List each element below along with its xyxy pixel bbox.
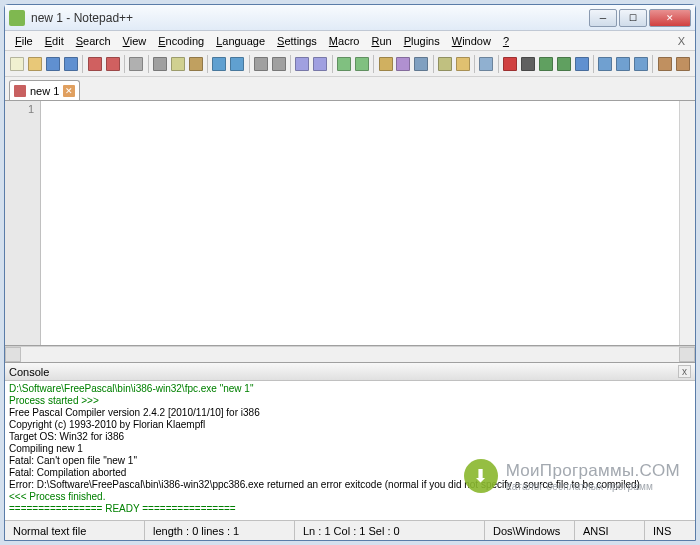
tab-close-icon[interactable]: ✕ <box>63 85 75 97</box>
save-macro-button[interactable] <box>573 54 590 74</box>
play-button[interactable] <box>537 54 554 74</box>
tab-new1[interactable]: new 1 ✕ <box>9 80 80 100</box>
menu-language[interactable]: Language <box>210 33 271 49</box>
copy-button[interactable] <box>169 54 186 74</box>
open-file-button[interactable] <box>27 54 44 74</box>
menu-macro[interactable]: Macro <box>323 33 366 49</box>
save-button[interactable] <box>45 54 62 74</box>
cut-icon <box>153 57 167 71</box>
panel-1-button[interactable] <box>656 54 673 74</box>
sync-h-icon <box>355 57 369 71</box>
replace-button[interactable] <box>270 54 287 74</box>
console-panel: Console x D:\Software\FreePascal\bin\i38… <box>5 362 695 520</box>
toolbar-separator <box>290 55 291 73</box>
console-line: Free Pascal Compiler version 2.4.2 [2010… <box>9 407 691 419</box>
redo-icon <box>230 57 244 71</box>
close-all-button[interactable] <box>104 54 121 74</box>
titlebar[interactable]: new 1 - Notepad++ ─ ☐ ✕ <box>5 5 695 31</box>
show-all-button[interactable] <box>395 54 412 74</box>
menu-help[interactable]: ? <box>497 33 515 49</box>
sync-v-icon <box>337 57 351 71</box>
toolbar-separator <box>652 55 653 73</box>
toolbar-separator <box>332 55 333 73</box>
folder-icon <box>456 57 470 71</box>
func-list-icon <box>479 57 493 71</box>
close-button[interactable] <box>86 54 103 74</box>
toolbar-separator <box>207 55 208 73</box>
toggle-1-button[interactable] <box>597 54 614 74</box>
menu-settings[interactable]: Settings <box>271 33 323 49</box>
toggle-2-button[interactable] <box>615 54 632 74</box>
menu-plugins[interactable]: Plugins <box>398 33 446 49</box>
toolbar-separator <box>593 55 594 73</box>
status-filetype: Normal text file <box>5 521 145 540</box>
indent-guide-button[interactable] <box>413 54 430 74</box>
menu-edit[interactable]: Edit <box>39 33 70 49</box>
close-button[interactable]: ✕ <box>649 9 691 27</box>
find-icon <box>254 57 268 71</box>
menu-encoding[interactable]: Encoding <box>152 33 210 49</box>
lang-button[interactable] <box>437 54 454 74</box>
wrap-button[interactable] <box>377 54 394 74</box>
scroll-track[interactable] <box>21 347 679 362</box>
save-all-button[interactable] <box>63 54 80 74</box>
scroll-left-button[interactable] <box>5 347 21 362</box>
status-length: length : 0 lines : 1 <box>145 521 295 540</box>
console-close-icon[interactable]: x <box>678 365 691 378</box>
toggle-3-button[interactable] <box>633 54 650 74</box>
func-list-button[interactable] <box>478 54 495 74</box>
sync-h-button[interactable] <box>353 54 370 74</box>
print-button[interactable] <box>128 54 145 74</box>
new-file-button[interactable] <box>9 54 26 74</box>
editor-scrollbar-horizontal[interactable] <box>5 346 695 362</box>
status-eol: Dos\Windows <box>485 521 575 540</box>
redo-button[interactable] <box>229 54 246 74</box>
console-output[interactable]: D:\Software\FreePascal\bin\i386-win32\fp… <box>5 381 695 520</box>
console-line: Fatal: Can't open file "new 1" <box>9 455 691 467</box>
menubar-x-button[interactable]: X <box>672 35 691 47</box>
console-line: Compiling new 1 <box>9 443 691 455</box>
save-icon <box>46 57 60 71</box>
close-all-icon <box>106 57 120 71</box>
panel-2-button[interactable] <box>674 54 691 74</box>
paste-button[interactable] <box>187 54 204 74</box>
menu-view[interactable]: View <box>117 33 153 49</box>
stop-icon <box>521 57 535 71</box>
stop-button[interactable] <box>520 54 537 74</box>
status-encoding: ANSI <box>575 521 645 540</box>
console-line: Process started >>> <box>9 395 691 407</box>
editor-scrollbar-vertical[interactable] <box>679 101 695 345</box>
app-icon <box>9 10 25 26</box>
console-header[interactable]: Console x <box>5 363 695 381</box>
text-editor[interactable] <box>41 101 679 345</box>
toggle-3-icon <box>634 57 648 71</box>
sync-v-button[interactable] <box>336 54 353 74</box>
panel-2-icon <box>676 57 690 71</box>
play-multi-button[interactable] <box>555 54 572 74</box>
menu-search[interactable]: Search <box>70 33 117 49</box>
line-gutter: 1 <box>5 101 41 345</box>
maximize-button[interactable]: ☐ <box>619 9 647 27</box>
toolbar-separator <box>148 55 149 73</box>
menu-file[interactable]: File <box>9 33 39 49</box>
print-icon <box>129 57 143 71</box>
record-button[interactable] <box>502 54 519 74</box>
cut-button[interactable] <box>152 54 169 74</box>
zoom-out-button[interactable] <box>312 54 329 74</box>
zoom-in-icon <box>295 57 309 71</box>
scroll-right-button[interactable] <box>679 347 695 362</box>
save-macro-icon <box>575 57 589 71</box>
zoom-in-button[interactable] <box>294 54 311 74</box>
menu-run[interactable]: Run <box>365 33 397 49</box>
menu-window[interactable]: Window <box>446 33 497 49</box>
minimize-button[interactable]: ─ <box>589 9 617 27</box>
wrap-icon <box>379 57 393 71</box>
folder-button[interactable] <box>454 54 471 74</box>
undo-button[interactable] <box>211 54 228 74</box>
find-button[interactable] <box>252 54 269 74</box>
undo-icon <box>212 57 226 71</box>
tab-file-icon <box>14 85 26 97</box>
toggle-1-icon <box>598 57 612 71</box>
open-file-icon <box>28 57 42 71</box>
toolbar-separator <box>82 55 83 73</box>
